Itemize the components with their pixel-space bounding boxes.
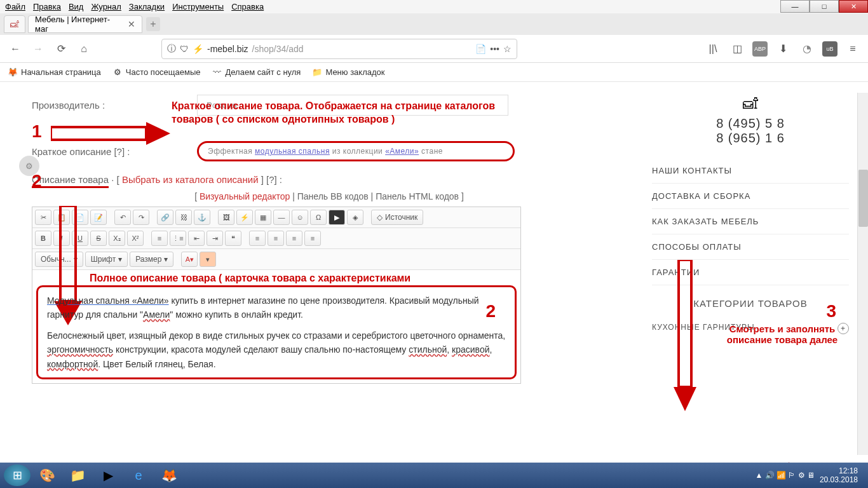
browser-tab[interactable]: Мебель | Интернет-маг ✕ [28, 15, 142, 33]
start-button[interactable]: ⊞ [4, 464, 31, 486]
menu-file[interactable]: Файл [5, 2, 25, 11]
side-link-contacts[interactable]: НАШИ КОНТАКТЫ [652, 158, 849, 184]
editor-content-area[interactable]: Модульная спальня «Амели» купить в интер… [36, 285, 517, 379]
annotation-num-3: 3 [826, 301, 836, 322]
ed-textcolor-icon[interactable]: A▾ [181, 252, 198, 267]
menu-tools[interactable]: Инструменты [172, 2, 224, 11]
ed-table-icon[interactable]: ▦ [255, 210, 271, 225]
ed-redo-icon[interactable]: ↷ [133, 210, 149, 225]
close-window-button[interactable]: ✕ [839, 0, 868, 13]
ed-align-left-icon[interactable]: ≡ [249, 231, 266, 246]
url-bar[interactable]: ⓘ 🛡 ⚡ -mebel.biz/shop/34/add 📄 ••• ☆ [161, 39, 517, 59]
tab-html-panel[interactable]: Панель HTML кодов [376, 191, 459, 201]
bookmark-make-site[interactable]: 〰Делаем сайт с нуля [212, 67, 301, 78]
ed-hr-icon[interactable]: — [273, 210, 290, 225]
ed-ul-icon[interactable]: ⋮≡ [170, 231, 186, 246]
ed-smiley-icon[interactable]: ☺ [292, 210, 308, 225]
menu-history[interactable]: Журнал [91, 2, 121, 11]
menu-edit[interactable]: Правка [33, 2, 61, 11]
sidebar-icon[interactable]: ◫ [728, 40, 746, 58]
ed-flash-icon[interactable]: ⚡ [236, 210, 253, 225]
rss-icon: 〰 [212, 67, 222, 78]
bookmark-frequent[interactable]: ⚙Часто посещаемые [112, 67, 201, 78]
choose-from-catalog-link[interactable]: Выбрать из каталога описаний [122, 174, 259, 185]
home-button[interactable]: ⌂ [75, 40, 93, 58]
ed-bold-icon[interactable]: B [35, 231, 51, 246]
task-gimp-icon[interactable]: 🎨 [33, 464, 61, 486]
ed-anchor-icon[interactable]: ⚓ [194, 210, 210, 225]
ed-align-center-icon[interactable]: ≡ [268, 231, 284, 246]
maximize-button[interactable]: □ [810, 0, 839, 13]
side-link-delivery[interactable]: ДОСТАВКА И СБОРКА [652, 184, 849, 209]
bookmark-menu-folder[interactable]: 📁Меню закладок [312, 67, 384, 78]
ed-outdent-icon[interactable]: ⇤ [188, 231, 205, 246]
shield-icon[interactable]: 🛡 [180, 44, 189, 54]
menu-help[interactable]: Справка [231, 2, 264, 11]
page-actions-icon[interactable]: ••• [490, 44, 499, 54]
short-desc-label: Краткое описание [?] : [32, 146, 197, 157]
download-icon[interactable]: ⬇ [774, 40, 792, 58]
task-explorer-icon[interactable]: 📁 [64, 464, 92, 486]
side-link-howto[interactable]: КАК ЗАКАЗАТЬ МЕБЕЛЬ [652, 209, 849, 234]
ed-video-icon[interactable]: ▶ [329, 210, 345, 225]
ed-quote-icon[interactable]: ❝ [225, 231, 241, 246]
minimize-button[interactable]: — [780, 0, 810, 13]
ed-unlink-icon[interactable]: ⛓ [175, 210, 192, 225]
phone-numbers: 8 (495) 5 8 8 (965) 1 6 [652, 116, 849, 146]
ed-paste-text-icon[interactable]: 📝 [90, 210, 107, 225]
ublock-icon[interactable]: uB [822, 41, 837, 57]
library-icon[interactable]: ||\ [704, 40, 722, 58]
ed-size-select[interactable]: Размер ▾ [130, 252, 173, 267]
system-tray[interactable]: ▲ 🔊 📶 🏳 ⚙ 🖥 12:18 20.03.2018 [755, 466, 864, 485]
menu-view[interactable]: Вид [69, 2, 84, 11]
url-path: /shop/34/add [252, 44, 304, 54]
ed-bgcolor-icon[interactable]: ▾ [200, 252, 216, 267]
arrow-1 [51, 122, 172, 145]
scrollbar-thumb[interactable] [858, 170, 868, 227]
bookmarks-bar: 🦊Начальная страница ⚙Часто посещаемые 〰Д… [0, 63, 868, 82]
ed-source-button[interactable]: ◇ Источник [371, 210, 423, 225]
tray-date: 20.03.2018 [820, 475, 858, 484]
task-firefox-icon[interactable]: 🦊 [155, 464, 183, 486]
tab-visual-editor[interactable]: Визуальный редактор [200, 191, 290, 201]
ed-align-right-icon[interactable]: ≡ [286, 231, 302, 246]
ed-image-icon[interactable]: 🖼 [218, 210, 234, 225]
pinned-tab[interactable]: 🛋 [4, 15, 25, 33]
tab-close-icon[interactable]: ✕ [128, 19, 135, 29]
svg-rect-0 [51, 127, 146, 140]
ed-font-select[interactable]: Шрифт ▾ [85, 252, 128, 267]
ed-undo-icon[interactable]: ↶ [114, 210, 131, 225]
info-icon[interactable]: ⓘ [167, 43, 176, 55]
ed-link-icon[interactable]: 🔗 [157, 210, 173, 225]
forward-button[interactable]: → [29, 40, 47, 58]
vertical-scrollbar[interactable] [857, 93, 868, 455]
annotation-3-text: Смотреть и заполнять описание товара дал… [709, 323, 855, 345]
tab-bb-panel[interactable]: Панель BB кодов [297, 191, 369, 201]
ed-cut-icon[interactable]: ✂ [35, 210, 51, 225]
ed-superscript-icon[interactable]: X² [127, 231, 144, 246]
ed-indent-icon[interactable]: ⇥ [207, 231, 223, 246]
annotation-1-text: Краткое описание товара. Отображается на… [172, 100, 527, 126]
ed-iframe-icon[interactable]: ◈ [347, 210, 363, 225]
extension-icon-1[interactable]: ◔ [798, 40, 816, 58]
ed-strike-icon[interactable]: S [90, 231, 107, 246]
ed-special-char-icon[interactable]: Ω [310, 210, 327, 225]
menu-bookmarks[interactable]: Закладки [129, 2, 165, 11]
reload-button[interactable]: ⟳ [52, 40, 70, 58]
abp-icon[interactable]: ABP [752, 41, 768, 57]
ed-ol-icon[interactable]: ≡ [151, 231, 168, 246]
back-button[interactable]: ← [6, 40, 24, 58]
task-ie-icon[interactable]: e [125, 464, 153, 486]
tracking-icon[interactable]: ⚡ [193, 44, 203, 54]
side-link-payment[interactable]: СПОСОБЫ ОПЛАТЫ [652, 234, 849, 260]
reader-icon[interactable]: 📄 [475, 44, 486, 54]
task-media-icon[interactable]: ▶ [94, 464, 122, 486]
ed-subscript-icon[interactable]: X₂ [109, 231, 125, 246]
short-desc-field[interactable]: Эффектная модульная спальня из коллекции… [197, 141, 515, 161]
bookmark-start-page[interactable]: 🦊Начальная страница [8, 67, 101, 78]
new-tab-button[interactable]: + [146, 17, 160, 31]
ed-align-justify-icon[interactable]: ≡ [304, 231, 321, 246]
tray-icons[interactable]: ▲ 🔊 📶 🏳 ⚙ 🖥 [755, 471, 815, 480]
hamburger-menu[interactable]: ≡ [844, 40, 862, 58]
star-icon[interactable]: ☆ [503, 44, 512, 54]
